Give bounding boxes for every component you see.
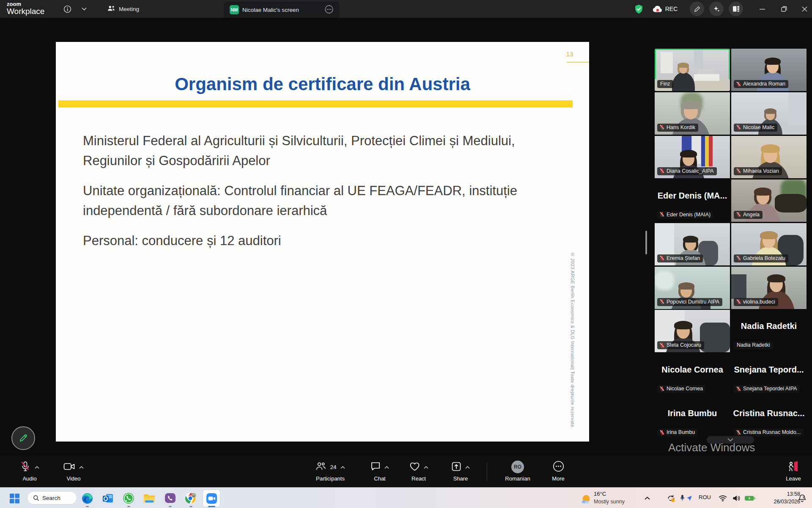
zoom-titlebar: zoom Workplace Meeting NM Nicolae Malic'… xyxy=(0,0,812,18)
clock[interactable]: 13:58 26/03/2026 xyxy=(761,490,800,505)
close-button[interactable] xyxy=(797,0,812,18)
taskbar-app-chrome[interactable] xyxy=(182,490,199,507)
taskbar-app-whatsapp[interactable] xyxy=(120,490,137,507)
muted-mic-icon xyxy=(736,386,741,392)
video-options-chevron[interactable] xyxy=(79,464,84,470)
taskbar-app-outlook[interactable] xyxy=(99,490,116,507)
share-chevron[interactable] xyxy=(465,464,470,470)
slide-paragraph: Ministerul Federal al Agriculturii și Si… xyxy=(83,131,576,171)
share-screen-icon xyxy=(451,461,461,473)
participant-tile[interactable]: Finz xyxy=(655,49,730,91)
annotation-pen-fab[interactable] xyxy=(11,426,35,450)
tray-chevron-up[interactable] xyxy=(641,490,653,507)
participants-grid: FinzAlexandra RomanHans KordikNicolae Ma… xyxy=(655,49,807,439)
participant-tile[interactable]: Cristina Rusnac...Cristina Rusnac Moldo.… xyxy=(731,397,807,439)
more-button[interactable]: More xyxy=(544,460,573,482)
app-running-indicator xyxy=(208,506,215,507)
interpretation-language-button[interactable]: RO Romanian xyxy=(494,460,541,482)
participant-tile[interactable]: Popovici Dumitru AIPA xyxy=(655,267,730,309)
wifi-icon[interactable] xyxy=(716,490,729,507)
person-hair xyxy=(680,150,697,157)
participant-tile[interactable]: Nicolae Malic xyxy=(731,92,807,135)
participant-name-label: Gabriela Botezatu xyxy=(734,254,788,262)
participants-chevron[interactable] xyxy=(340,464,345,470)
participant-tile[interactable]: Alexandra Roman xyxy=(731,49,807,91)
leave-label: Leave xyxy=(786,475,801,482)
weather-text[interactable]: 16°C Mostly sunny xyxy=(594,490,625,505)
participant-tile[interactable]: Stela Cojocaru xyxy=(655,310,730,352)
participant-tile[interactable]: Nadia RadetkiNadia Radetki xyxy=(731,310,807,352)
windows-taskbar: Search 16°C Mostly sunny ROU 13:58 26/03… xyxy=(0,487,812,508)
participant-name-label: Eder Denis (MAIA) xyxy=(657,211,713,219)
security-shield-icon[interactable] xyxy=(631,0,646,18)
start-button[interactable] xyxy=(6,490,23,507)
share-button[interactable]: Share xyxy=(442,460,480,482)
slide-accent-bar xyxy=(58,100,573,108)
tray-language[interactable]: ROU xyxy=(699,494,711,500)
taskbar-app-zoom[interactable] xyxy=(203,490,220,507)
react-chevron[interactable] xyxy=(424,464,428,470)
person-hair xyxy=(761,144,780,153)
audio-button[interactable]: Audio xyxy=(8,460,52,482)
weather-condition: Mostly sunny xyxy=(594,498,625,505)
view-layout-button[interactable] xyxy=(728,0,743,18)
notifications-bell-icon[interactable]: z xyxy=(795,490,809,507)
share-label: Share xyxy=(453,475,468,482)
muted-mic-icon xyxy=(659,386,665,392)
scene-shape xyxy=(655,271,674,290)
volume-icon[interactable] xyxy=(730,490,743,507)
participant-tile[interactable]: Eremia Ștefan xyxy=(655,223,730,265)
react-button[interactable]: React xyxy=(402,460,436,482)
chat-chevron[interactable] xyxy=(384,464,389,470)
tab-shared-screen[interactable]: NM Nicolae Malic's screen xyxy=(224,2,340,18)
tab-options-icon[interactable] xyxy=(324,5,334,15)
minimize-button[interactable] xyxy=(754,0,771,18)
taskbar-search[interactable]: Search xyxy=(27,491,77,505)
meeting-info-icon[interactable] xyxy=(60,0,74,18)
tab-meeting[interactable]: Meeting xyxy=(107,0,139,18)
participant-tile[interactable]: Diana Cosalic_AIPA xyxy=(655,136,730,178)
participant-tile[interactable]: Irina BumbuIrina Bumbu xyxy=(655,397,730,439)
language-badge: RO xyxy=(511,461,524,473)
participant-tile[interactable]: Eder Denis (MA...Eder Denis (MAIA) xyxy=(655,179,730,222)
chat-icon xyxy=(370,461,381,472)
ai-companion-button[interactable] xyxy=(709,0,724,18)
participant-name-label: Angela xyxy=(734,211,763,219)
participant-tile[interactable]: Gabriela Botezatu xyxy=(731,223,807,265)
video-button[interactable]: Video xyxy=(52,460,96,482)
participant-name-label: Snejana Tepordei AIPA xyxy=(734,385,800,393)
scene-shape xyxy=(731,274,746,299)
camera-icon xyxy=(63,462,75,472)
audio-options-chevron[interactable] xyxy=(35,464,39,470)
person-hair xyxy=(765,58,781,65)
participant-tile[interactable]: Snejana Tepord...Snejana Tepordei AIPA xyxy=(731,353,807,396)
chat-button[interactable]: Chat xyxy=(363,460,397,482)
shared-screen-slide: 13 Organism de certificare din Austria M… xyxy=(56,42,589,442)
participants-button[interactable]: 24 Participants xyxy=(305,460,355,482)
taskbar-app-viber[interactable] xyxy=(162,490,178,507)
participant-tile[interactable]: Angela xyxy=(731,179,807,222)
person-hair xyxy=(683,236,698,243)
scene-shape xyxy=(661,52,672,73)
participant-tile[interactable]: Mihaela Vozian xyxy=(731,136,807,178)
participant-tile[interactable]: Hans Kordik xyxy=(655,92,730,135)
mic-location-tray-icon[interactable] xyxy=(679,490,694,507)
muted-mic-icon xyxy=(736,168,741,174)
annotate-pen-button[interactable] xyxy=(689,0,705,18)
participant-name-label: Nicolae Malic xyxy=(734,124,777,132)
restore-button[interactable] xyxy=(776,0,793,18)
tab-meeting-label: Meeting xyxy=(119,6,139,12)
battery-icon[interactable] xyxy=(743,490,757,507)
recording-indicator[interactable]: REC xyxy=(651,0,678,18)
taskbar-app-explorer[interactable] xyxy=(141,490,158,507)
participant-tile[interactable]: Nicolae CorneaNicolae Cornea xyxy=(655,353,730,396)
leave-button[interactable]: Leave xyxy=(776,460,810,482)
taskbar-app-edge[interactable] xyxy=(79,490,96,507)
update-sync-icon[interactable] xyxy=(665,490,678,507)
chevron-down-icon[interactable] xyxy=(79,0,90,18)
weather-icon[interactable] xyxy=(578,491,595,508)
panel-scrollbar[interactable] xyxy=(645,231,647,254)
scene-shape xyxy=(700,323,730,352)
participant-tile[interactable]: violina.budeci xyxy=(731,267,807,309)
person-body xyxy=(672,72,695,91)
